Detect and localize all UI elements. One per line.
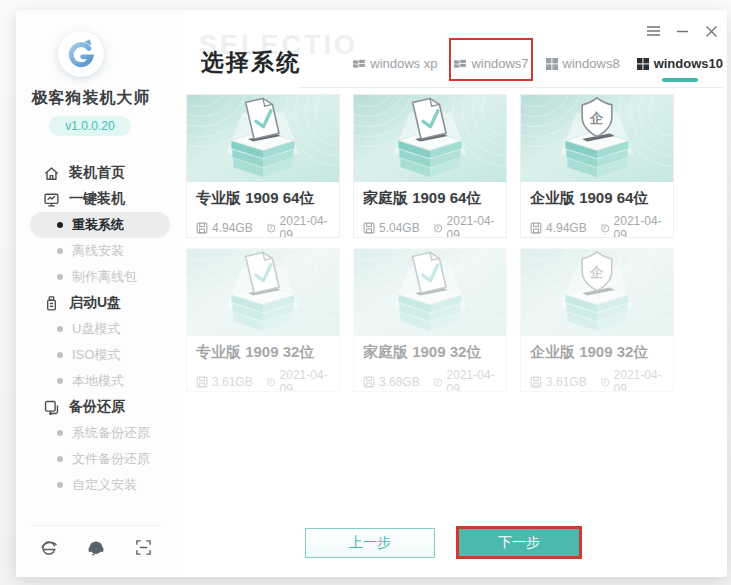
backup-icon	[43, 399, 60, 416]
disk-icon	[363, 222, 375, 234]
sidebar-item-本地模式[interactable]: 本地模式	[16, 368, 184, 394]
prev-step-button[interactable]: 上一步	[305, 528, 435, 558]
windows-modern-icon	[637, 58, 649, 70]
system-date: 2021-04-09	[280, 214, 330, 238]
system-name: 专业版 1909 64位	[196, 189, 330, 208]
sidebar-item-一键装机[interactable]: 一键装机	[16, 186, 184, 212]
system-card-专业版 1909 32位[interactable]: 专业版 1909 32位 3.61GB 2021-04-09	[186, 248, 340, 392]
sidebar-item-label: 启动U盘	[69, 294, 121, 312]
app-name: 极客狗装机大师	[16, 88, 166, 109]
system-size: 3.61GB	[212, 375, 253, 389]
system-size: 5.04GB	[379, 221, 420, 235]
bullet-icon	[57, 248, 63, 254]
sidebar-item-U盘模式[interactable]: U盘模式	[16, 316, 184, 342]
tab-windowsxp[interactable]: windows xp	[353, 56, 437, 71]
disk-icon	[530, 376, 542, 388]
bullet-icon	[57, 326, 63, 332]
customer-service-icon[interactable]	[87, 539, 105, 557]
annotation-box-next-button: 下一步	[456, 526, 582, 559]
scan-icon[interactable]	[134, 539, 152, 557]
system-illustration: 企	[521, 249, 673, 336]
svg-text:企: 企	[589, 110, 604, 126]
sidebar-menu: 装机首页 一键装机重装系统离线安装制作离线包 启动U盘U盘模式ISO模式本地模式…	[16, 160, 184, 498]
bullet-icon	[57, 430, 63, 436]
clock-icon	[266, 222, 276, 234]
sidebar-item-label: 装机首页	[69, 164, 125, 182]
system-date: 2021-04-09	[280, 368, 330, 392]
disk-icon	[363, 376, 375, 388]
system-illustration	[354, 95, 506, 182]
system-illustration	[187, 249, 339, 336]
bullet-icon	[57, 222, 63, 228]
sidebar-item-label: 系统备份还原	[72, 424, 150, 442]
next-step-button[interactable]: 下一步	[459, 529, 579, 556]
system-name: 家庭版 1909 64位	[363, 189, 497, 208]
sidebar-item-label: 制作离线包	[72, 268, 137, 286]
system-size: 3.68GB	[379, 375, 420, 389]
system-card-专业版 1909 64位[interactable]: 专业版 1909 64位 4.94GB 2021-04-09	[186, 94, 340, 238]
system-illustration	[187, 95, 339, 182]
bullet-icon	[57, 352, 63, 358]
app-window: 极客狗装机大师 v1.0.0.20 装机首页 一键装机重装系统离线安装制作离线包…	[16, 10, 727, 577]
sidebar-item-label: 本地模式	[72, 372, 124, 390]
sidebar-item-离线安装[interactable]: 离线安装	[16, 238, 184, 264]
system-name: 企业版 1909 32位	[530, 343, 664, 362]
sidebar: 极客狗装机大师 v1.0.0.20 装机首页 一键装机重装系统离线安装制作离线包…	[16, 10, 184, 577]
tab-windows7[interactable]: windows7	[454, 56, 528, 71]
tab-windows10[interactable]: windows10	[637, 56, 723, 71]
svg-text:企: 企	[589, 264, 604, 280]
tab-label: windows8	[563, 56, 620, 71]
tab-label: windows10	[654, 56, 723, 71]
windows-modern-icon	[546, 58, 558, 70]
system-card-grid: 专业版 1909 64位 4.94GB 2021-04-09	[186, 94, 674, 392]
system-size: 4.94GB	[212, 221, 253, 235]
version-badge: v1.0.0.20	[49, 116, 131, 136]
sidebar-item-label: 文件备份还原	[72, 450, 150, 468]
system-name: 家庭版 1909 32位	[363, 343, 497, 362]
disk-icon	[530, 222, 542, 234]
bullet-icon	[57, 378, 63, 384]
ie-browser-icon[interactable]	[40, 539, 58, 557]
sidebar-item-label: 离线安装	[72, 242, 124, 260]
main-panel: SELECTION 选择系统 windows xp windows7 windo…	[184, 10, 727, 577]
bullet-icon	[57, 274, 63, 280]
system-illustration	[354, 249, 506, 336]
tab-windows8[interactable]: windows8	[546, 56, 620, 71]
sidebar-item-label: 一键装机	[69, 190, 125, 208]
page-title: 选择系统	[201, 47, 301, 78]
system-illustration: 企	[521, 95, 673, 182]
system-card-企业版 1909 32位[interactable]: 企 企业版 1909 32位 3.61GB 2021-04-09	[520, 248, 674, 392]
system-card-企业版 1909 64位[interactable]: 企 企业版 1909 64位 4.94GB 2021-04-09	[520, 94, 674, 238]
sidebar-item-制作离线包[interactable]: 制作离线包	[16, 264, 184, 290]
sidebar-item-启动U盘[interactable]: 启动U盘	[16, 290, 184, 316]
sidebar-item-label: 重装系统	[72, 216, 124, 234]
header-divider	[298, 87, 723, 88]
sidebar-item-装机首页[interactable]: 装机首页	[16, 160, 184, 186]
sidebar-item-系统备份还原[interactable]: 系统备份还原	[16, 420, 184, 446]
system-card-家庭版 1909 64位[interactable]: 家庭版 1909 64位 5.04GB 2021-04-09	[353, 94, 507, 238]
system-card-家庭版 1909 32位[interactable]: 家庭版 1909 32位 3.68GB 2021-04-09	[353, 248, 507, 392]
sidebar-item-备份还原[interactable]: 备份还原	[16, 394, 184, 420]
tab-label: windows7	[471, 56, 528, 71]
sidebar-footer	[30, 525, 162, 565]
sidebar-item-自定义安装[interactable]: 自定义安装	[16, 472, 184, 498]
sidebar-item-label: 备份还原	[69, 398, 125, 416]
sidebar-item-label: U盘模式	[72, 320, 120, 338]
sidebar-item-ISO模式[interactable]: ISO模式	[16, 342, 184, 368]
os-tabs: windows xp windows7 windows8 windows10	[353, 56, 723, 71]
disk-icon	[196, 222, 208, 234]
system-date: 2021-04-09	[447, 214, 497, 238]
system-date: 2021-04-09	[614, 368, 664, 392]
system-size: 4.94GB	[546, 221, 587, 235]
bullet-icon	[57, 456, 63, 462]
system-name: 专业版 1909 32位	[196, 343, 330, 362]
clock-icon	[266, 376, 276, 388]
sidebar-item-重装系统[interactable]: 重装系统	[30, 212, 170, 238]
usb-icon	[43, 295, 60, 312]
clock-icon	[600, 222, 610, 234]
app-logo	[58, 31, 104, 77]
clock-icon	[433, 222, 443, 234]
sidebar-item-文件备份还原[interactable]: 文件备份还原	[16, 446, 184, 472]
monitor-icon	[43, 191, 60, 208]
clock-icon	[433, 376, 443, 388]
